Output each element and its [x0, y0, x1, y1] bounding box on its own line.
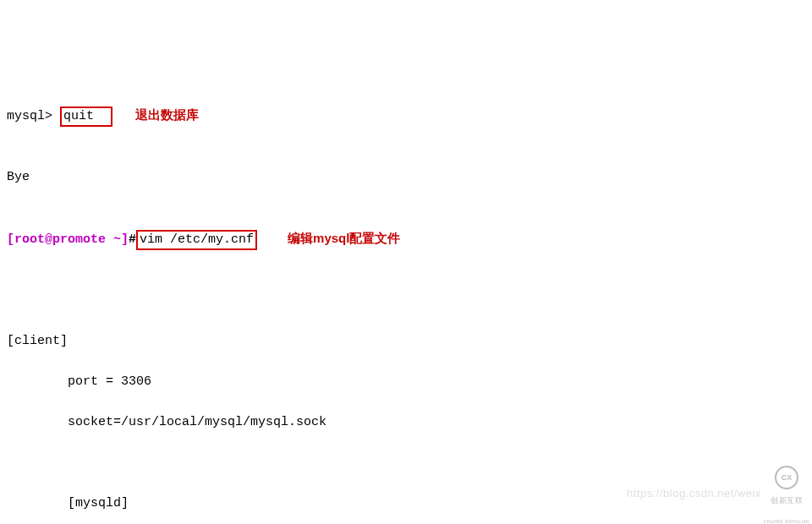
- shell-prompt: [root@promote ~]: [7, 232, 129, 247]
- output-bye: Bye: [7, 170, 30, 184]
- annotation-vim: 编辑mysql配置文件: [288, 231, 400, 245]
- annotation-quit: 退出数据库: [135, 107, 199, 122]
- boxed-command-quit: quit: [60, 106, 112, 127]
- config-line[interactable]: [mysqld]: [7, 494, 805, 514]
- config-line[interactable]: [client]: [7, 331, 805, 352]
- terminal-line[interactable]: [root@promote ~]#vim /etc/my.cnf 编辑mysql…: [7, 228, 805, 250]
- shell-hash: #: [129, 232, 136, 247]
- terminal-line[interactable]: mysql> quit 退出数据库: [7, 105, 805, 127]
- boxed-command-vim: vim /etc/my.cnf: [136, 230, 257, 250]
- config-line[interactable]: port = 3306: [7, 372, 805, 392]
- config-line[interactable]: socket=/usr/local/mysql/mysql.sock: [7, 412, 805, 433]
- client-section: [client]: [7, 334, 68, 348]
- mysql-prompt: mysql>: [7, 109, 52, 123]
- terminal-line[interactable]: Bye: [7, 167, 805, 188]
- mysqld-section: [mysqld]: [68, 494, 129, 514]
